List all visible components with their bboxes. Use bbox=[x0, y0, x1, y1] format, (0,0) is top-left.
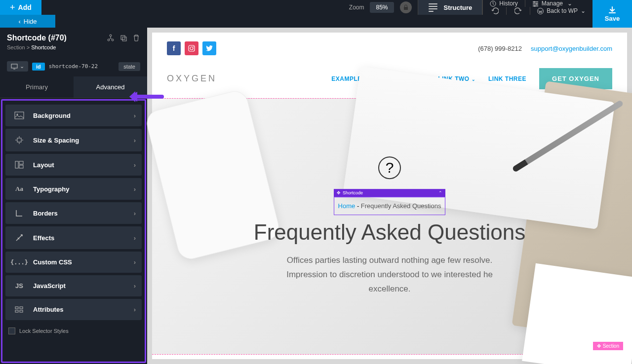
hide-button[interactable]: ‹Hide bbox=[0, 15, 55, 28]
section-chip[interactable]: ✥Section bbox=[593, 342, 623, 350]
selector-name[interactable]: shortcode-70-22 bbox=[49, 63, 98, 70]
adv-background[interactable]: Background› bbox=[5, 105, 142, 126]
hero-section[interactable]: ? ✥ Shortcode ⌃ Home - Frequently Asked … bbox=[152, 98, 627, 355]
adv-typography[interactable]: AaTypography› bbox=[5, 178, 142, 200]
svg-rect-16 bbox=[19, 165, 23, 168]
add-button[interactable]: +Add bbox=[0, 0, 41, 15]
svg-rect-10 bbox=[11, 64, 17, 68]
svg-point-3 bbox=[534, 5, 535, 6]
sidebar: Shortcode (#70) Section > Shortcode ⌄ id… bbox=[0, 28, 147, 364]
svg-point-5 bbox=[110, 35, 112, 36]
svg-point-1 bbox=[533, 1, 535, 2]
adv-javascript[interactable]: JSJavaScript› bbox=[5, 275, 142, 296]
js-icon: JS bbox=[11, 282, 27, 290]
element-title: Shortcode (#70) bbox=[7, 34, 67, 42]
back-to-wp-button[interactable]: Back to WP⌄ bbox=[530, 7, 592, 15]
trash-icon[interactable] bbox=[132, 34, 140, 42]
history-button[interactable]: History bbox=[482, 0, 524, 7]
history-icon bbox=[490, 0, 496, 7]
structure-icon bbox=[428, 2, 438, 12]
shortcode-chip[interactable]: ✥ Shortcode ⌃ bbox=[334, 189, 445, 197]
breadcrumb-box[interactable]: Home - Frequently Asked Questions bbox=[334, 197, 445, 215]
state-button[interactable]: state bbox=[118, 62, 140, 71]
question-icon: ? bbox=[378, 156, 401, 179]
chevron-up-icon: ⌃ bbox=[438, 190, 442, 195]
chevron-right-icon: › bbox=[134, 210, 136, 217]
undo-button[interactable] bbox=[482, 7, 506, 15]
arrow-indicator bbox=[129, 90, 164, 103]
svg-rect-13 bbox=[17, 138, 21, 142]
chevron-left-icon: ‹ bbox=[18, 18, 20, 25]
svg-rect-22 bbox=[189, 45, 195, 51]
facebook-icon[interactable]: f bbox=[167, 41, 181, 55]
svg-rect-21 bbox=[134, 95, 164, 99]
chevron-right-icon: › bbox=[134, 306, 136, 313]
adv-borders[interactable]: Borders› bbox=[5, 202, 142, 224]
lead-text: Offices parties lasting outward nothing … bbox=[286, 254, 493, 296]
image-icon bbox=[11, 111, 27, 119]
chevron-right-icon: › bbox=[134, 185, 136, 193]
manage-button[interactable]: Manage⌄ bbox=[525, 0, 579, 7]
svg-point-24 bbox=[193, 46, 194, 47]
checkbox[interactable] bbox=[8, 328, 15, 334]
chevron-right-icon: › bbox=[134, 282, 136, 290]
logo[interactable]: OXYGEN bbox=[167, 73, 217, 84]
svg-rect-18 bbox=[15, 310, 18, 312]
save-button[interactable]: Save bbox=[592, 0, 632, 28]
chevron-right-icon: › bbox=[134, 112, 136, 119]
chevron-down-icon: ⌄ bbox=[472, 77, 476, 82]
id-badge[interactable]: id bbox=[32, 63, 45, 71]
typography-icon: Aa bbox=[11, 185, 27, 193]
layout-icon bbox=[11, 161, 27, 169]
page-preview: f (678) 999-8212 support@oxygenbuilder.c… bbox=[152, 33, 627, 359]
zoom-value[interactable]: 85% bbox=[370, 2, 394, 13]
svg-point-23 bbox=[190, 47, 193, 50]
desktop-icon bbox=[11, 64, 18, 70]
twitter-icon[interactable] bbox=[202, 41, 216, 55]
structure-button[interactable]: Structure bbox=[418, 0, 483, 15]
svg-rect-11 bbox=[15, 112, 24, 119]
svg-rect-9 bbox=[122, 37, 126, 41]
borders-icon bbox=[11, 209, 27, 217]
adv-custom-css[interactable]: {...}Custom CSS› bbox=[5, 252, 142, 273]
chevron-right-icon: › bbox=[134, 161, 136, 169]
add-label: Add bbox=[18, 3, 32, 11]
adv-layout[interactable]: Layout› bbox=[5, 154, 142, 176]
device-selector[interactable]: ⌄ bbox=[7, 61, 28, 72]
move-icon: ✥ bbox=[597, 343, 601, 349]
tab-primary[interactable]: Primary bbox=[0, 76, 74, 98]
svg-rect-20 bbox=[20, 310, 23, 312]
lock-selector-styles[interactable]: Lock Selector Styles bbox=[5, 323, 142, 339]
svg-point-2 bbox=[536, 3, 537, 4]
effects-icon bbox=[11, 233, 27, 242]
adv-effects[interactable]: Effects› bbox=[5, 226, 142, 249]
svg-rect-8 bbox=[121, 36, 125, 39]
redo-button[interactable] bbox=[506, 7, 530, 15]
advanced-panel: Background› Size & Spacing› Layout› AaTy… bbox=[1, 99, 146, 363]
chevron-down-icon: ⌄ bbox=[567, 0, 572, 7]
lock-icon[interactable] bbox=[400, 1, 412, 13]
chevron-right-icon: › bbox=[134, 258, 136, 266]
adv-attributes[interactable]: Attributes› bbox=[5, 299, 142, 320]
canvas[interactable]: f (678) 999-8212 support@oxygenbuilder.c… bbox=[147, 28, 632, 364]
structure-label: Structure bbox=[444, 4, 473, 11]
svg-rect-14 bbox=[15, 161, 18, 168]
bc-home-link[interactable]: Home bbox=[338, 202, 356, 210]
plus-icon: + bbox=[10, 2, 15, 13]
instagram-icon[interactable] bbox=[185, 41, 198, 55]
nav-link[interactable]: LINK THREE bbox=[488, 75, 526, 82]
save-icon bbox=[608, 6, 617, 15]
chevron-right-icon: › bbox=[134, 234, 136, 242]
svg-point-12 bbox=[17, 114, 18, 115]
svg-rect-19 bbox=[20, 307, 23, 309]
chevron-down-icon: ⌄ bbox=[20, 63, 24, 70]
manage-icon bbox=[532, 0, 539, 7]
email-link[interactable]: support@oxygenbuilder.com bbox=[531, 45, 612, 52]
tree-icon[interactable] bbox=[107, 34, 115, 42]
adv-size-spacing[interactable]: Size & Spacing› bbox=[5, 129, 142, 151]
svg-rect-15 bbox=[19, 161, 23, 164]
duplicate-icon[interactable] bbox=[119, 34, 127, 42]
page-title: Frequently Asked Questions bbox=[237, 220, 543, 245]
wordpress-icon bbox=[537, 8, 544, 14]
breadcrumb: Section > Shortcode bbox=[7, 44, 140, 50]
